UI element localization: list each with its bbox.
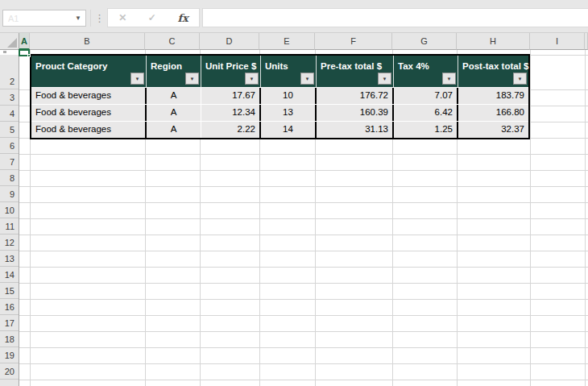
table-cell[interactable]: 160.39 <box>317 105 394 121</box>
formula-input[interactable] <box>202 8 588 27</box>
row-header-12[interactable]: 12 <box>0 235 19 251</box>
column-header-F[interactable]: F <box>315 33 392 50</box>
table-cell[interactable]: 32.37 <box>458 122 528 138</box>
table-cell[interactable]: A <box>147 88 201 104</box>
row-header-11[interactable]: 11 <box>0 218 19 235</box>
row-header-9[interactable]: 9 <box>0 186 19 202</box>
column-header-D[interactable]: D <box>200 33 259 50</box>
table-header-1[interactable]: Prouct Category▼ <box>31 56 147 87</box>
filter-dropdown-button[interactable]: ▼ <box>513 73 527 85</box>
table-header-5[interactable]: Pre-tax total $▼ <box>317 56 394 87</box>
column-header-E[interactable]: E <box>259 33 315 50</box>
table-cell[interactable]: 7.07 <box>394 88 458 104</box>
table-cell[interactable]: 31.13 <box>317 122 394 138</box>
data-table: Prouct Category▼Region▼Unit Price $▼Unit… <box>30 54 530 139</box>
row-header-6[interactable]: 6 <box>0 138 19 154</box>
column-header-C[interactable]: C <box>145 33 200 50</box>
column-header-B[interactable]: B <box>30 33 145 50</box>
table-cell[interactable]: Food & beverages <box>31 122 147 138</box>
select-all-triangle-icon <box>7 38 17 48</box>
column-header-G[interactable]: G <box>392 33 457 50</box>
table-cell[interactable]: Food & beverages <box>31 88 147 104</box>
row-header-18[interactable]: 18 <box>0 331 19 347</box>
gridline-horizontal <box>19 251 588 251</box>
table-cell[interactable]: 13 <box>261 105 317 121</box>
table-row-1: Food & beveragesA17.6710176.727.07183.79 <box>31 88 528 104</box>
name-box[interactable]: A1 ▼ <box>2 10 86 27</box>
row-header-7[interactable]: 7 <box>0 154 19 170</box>
gridline-horizontal <box>19 267 588 268</box>
row-header-13[interactable]: 13 <box>0 251 19 267</box>
gridline-horizontal <box>19 347 588 348</box>
active-cell-a1[interactable] <box>19 49 30 56</box>
gridline-horizontal <box>19 154 588 155</box>
filter-dropdown-button[interactable]: ▼ <box>185 73 199 85</box>
fill-handle[interactable] <box>27 54 31 57</box>
column-header-I[interactable]: I <box>530 33 585 50</box>
row-header-4[interactable]: 4 <box>0 106 19 122</box>
filter-dropdown-button[interactable]: ▼ <box>378 73 391 85</box>
table-header-7[interactable]: Post-tax total $▼ <box>458 56 528 87</box>
row-header-10[interactable]: 10 <box>0 202 19 218</box>
row1-collapsed-indicator <box>3 51 6 53</box>
formula-bar-row: A1 ▼ ⋮ ✕ ✓ fx <box>0 0 588 33</box>
gridline-horizontal <box>19 363 588 364</box>
table-cell[interactable]: 2.22 <box>201 122 261 138</box>
table-cell[interactable]: A <box>147 122 201 138</box>
gridline-horizontal <box>19 186 588 187</box>
name-box-dropdown-icon[interactable]: ▼ <box>75 15 81 22</box>
table-cell[interactable]: 6.42 <box>394 105 458 121</box>
row-header-15[interactable]: 15 <box>0 283 19 299</box>
gridline-horizontal <box>19 218 588 219</box>
table-header-3[interactable]: Unit Price $▼ <box>201 56 261 87</box>
gridline-horizontal <box>19 331 588 332</box>
gutter-border <box>19 33 19 386</box>
row-header-5[interactable]: 5 <box>0 122 19 138</box>
filter-arrow-icon: ▼ <box>447 77 452 81</box>
table-header-label: Units <box>265 61 288 71</box>
filter-arrow-icon: ▼ <box>518 77 523 81</box>
table-cell[interactable]: A <box>147 105 201 121</box>
table-cell[interactable]: 10 <box>261 88 317 104</box>
gridline-horizontal <box>19 235 588 235</box>
row-header-partial[interactable] <box>0 380 19 386</box>
enter-icon[interactable]: ✓ <box>148 12 156 23</box>
column-header-A[interactable]: A <box>19 33 30 50</box>
insert-function-icon[interactable]: fx <box>177 12 188 24</box>
table-header-2[interactable]: Region▼ <box>147 56 201 87</box>
row-header-17[interactable]: 17 <box>0 315 19 331</box>
table-row-3: Food & beveragesA2.221431.131.2532.37 <box>31 121 528 138</box>
table-cell[interactable]: 183.79 <box>458 88 528 104</box>
row-header-3[interactable]: 3 <box>0 89 19 106</box>
drag-handle-icon[interactable]: ⋮ <box>94 9 105 27</box>
row-header-19[interactable]: 19 <box>0 347 19 363</box>
table-cell[interactable]: Food & beverages <box>31 105 147 121</box>
filter-dropdown-button[interactable]: ▼ <box>130 73 144 85</box>
table-cell[interactable]: 14 <box>261 122 317 138</box>
row-header-20[interactable]: 20 <box>0 363 19 380</box>
filter-dropdown-button[interactable]: ▼ <box>245 73 259 85</box>
filter-arrow-icon: ▼ <box>190 77 195 81</box>
table-header-row: Prouct Category▼Region▼Unit Price $▼Unit… <box>31 56 528 88</box>
table-header-6[interactable]: Tax 4%▼ <box>394 56 458 87</box>
table-cell[interactable]: 166.80 <box>458 105 528 121</box>
row-header-8[interactable]: 8 <box>0 170 19 186</box>
table-cell[interactable]: 176.72 <box>317 88 394 104</box>
table-cell[interactable]: 1.25 <box>394 122 458 138</box>
filter-dropdown-button[interactable]: ▼ <box>300 73 314 85</box>
table-cell[interactable]: 17.67 <box>201 88 261 104</box>
toolbar-divider <box>90 10 91 27</box>
table-header-4[interactable]: Units▼ <box>261 56 317 87</box>
row-header-2[interactable]: 2 <box>0 55 19 89</box>
cancel-icon[interactable]: ✕ <box>118 12 126 23</box>
row-header-16[interactable]: 16 <box>0 299 19 315</box>
table-header-label: Pre-tax total $ <box>321 61 382 71</box>
column-header-partial[interactable] <box>585 33 588 50</box>
gridline-horizontal <box>19 299 588 300</box>
filter-dropdown-button[interactable]: ▼ <box>442 73 456 85</box>
row-header-14[interactable]: 14 <box>0 267 19 283</box>
column-header-H[interactable]: H <box>457 33 530 50</box>
filter-arrow-icon: ▼ <box>135 77 140 81</box>
table-cell[interactable]: 12.34 <box>201 105 261 121</box>
select-all-corner[interactable] <box>0 33 19 50</box>
